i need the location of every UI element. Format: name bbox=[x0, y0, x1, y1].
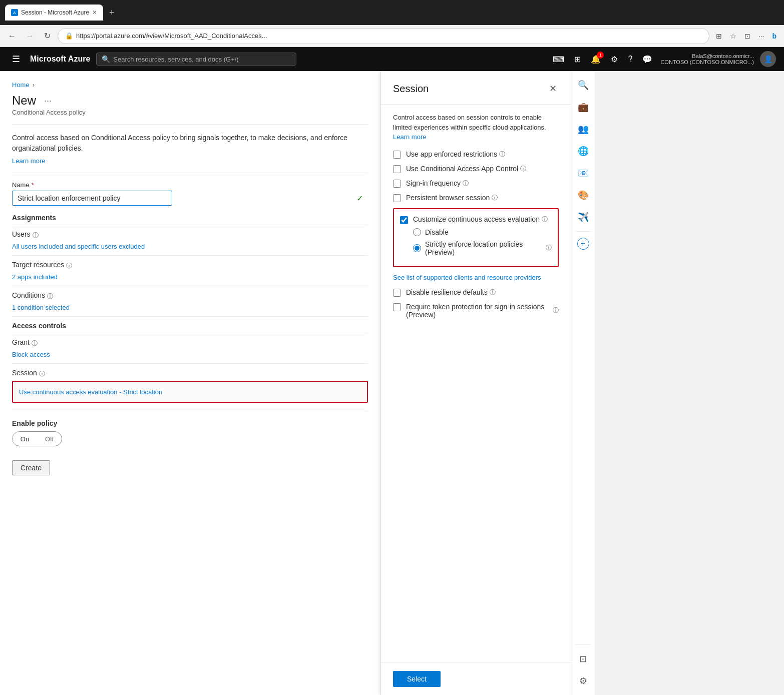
toggle-on-option[interactable]: On bbox=[13, 433, 37, 445]
strict-location-radio[interactable] bbox=[413, 244, 421, 252]
directory-button[interactable]: ⊞ bbox=[572, 53, 583, 66]
users-value[interactable]: All users included and specific users ex… bbox=[12, 243, 145, 250]
disable-resilience-info-icon[interactable]: ⓘ bbox=[490, 288, 496, 297]
supported-clients-link[interactable]: See list of supported clients and resour… bbox=[393, 273, 559, 282]
disable-radio-row: Disable bbox=[413, 228, 552, 236]
collections-button[interactable]: ⊡ bbox=[742, 30, 753, 42]
sidebar-plane-button[interactable]: ✈️ bbox=[573, 207, 593, 227]
token-protection-checkbox[interactable] bbox=[393, 303, 401, 311]
panel-learn-more-link[interactable]: Learn more bbox=[393, 133, 426, 141]
extensions-button[interactable]: ⊞ bbox=[713, 30, 724, 42]
session-value[interactable]: Use continuous access evaluation - Stric… bbox=[19, 388, 162, 396]
active-tab[interactable]: A Session - Microsoft Azure ✕ bbox=[5, 5, 103, 21]
access-controls-section: Access controls Grant ⓘ Block access Ses… bbox=[12, 322, 368, 403]
page-learn-more-link[interactable]: Learn more bbox=[12, 157, 45, 165]
conditions-info-icon[interactable]: ⓘ bbox=[47, 292, 53, 301]
sidebar-palette-button[interactable]: 🎨 bbox=[573, 185, 593, 205]
app-enforced-checkbox[interactable] bbox=[393, 151, 401, 159]
target-resources-value[interactable]: 2 apps included bbox=[12, 273, 58, 281]
toggle-off-option[interactable]: Off bbox=[37, 433, 62, 445]
sign-in-freq-label: Sign-in frequency ⓘ bbox=[406, 179, 469, 188]
sign-in-freq-info-icon[interactable]: ⓘ bbox=[463, 179, 469, 188]
sidebar-people-button[interactable]: 👥 bbox=[573, 119, 593, 139]
token-protection-row: Require token protection for sign-in ses… bbox=[393, 303, 559, 319]
assignments-section: Assignments Users ⓘ All users included a… bbox=[12, 214, 368, 317]
feedback-button[interactable]: 💬 bbox=[640, 53, 654, 66]
sidebar-search-button[interactable]: 🔍 bbox=[573, 75, 593, 95]
panel-content: Control access based on session controls… bbox=[381, 105, 571, 662]
persistent-browser-row: Persistent browser session ⓘ bbox=[393, 194, 559, 202]
panel-title: Session bbox=[393, 83, 429, 95]
cae-info-icon[interactable]: ⓘ bbox=[542, 215, 548, 224]
home-breadcrumb[interactable]: Home bbox=[12, 81, 30, 89]
panel-description: Control access based on session controls… bbox=[393, 113, 559, 142]
address-bar[interactable]: 🔒 https://portal.azure.com/#view/Microso… bbox=[58, 28, 709, 44]
ca-app-control-checkbox[interactable] bbox=[393, 165, 401, 173]
strict-location-radio-row: Strictly enforce location policies (Prev… bbox=[413, 240, 552, 256]
page-description: Control access based on Conditional Acce… bbox=[12, 133, 368, 154]
panel-close-button[interactable]: ✕ bbox=[547, 81, 559, 96]
conditions-row: Conditions ⓘ bbox=[12, 291, 368, 301]
target-resources-row: Target resources ⓘ bbox=[12, 261, 368, 271]
forward-button[interactable]: → bbox=[23, 30, 37, 43]
policy-toggle[interactable]: On Off bbox=[12, 431, 62, 446]
search-icon: 🔍 bbox=[102, 55, 110, 63]
tab-close-button[interactable]: ✕ bbox=[92, 9, 97, 16]
search-bar[interactable]: 🔍 bbox=[96, 53, 296, 66]
back-button[interactable]: ← bbox=[5, 30, 19, 43]
lock-icon: 🔒 bbox=[65, 32, 73, 40]
session-panel: Session ✕ Control access based on sessio… bbox=[380, 71, 571, 695]
persistent-browser-checkbox[interactable] bbox=[393, 194, 401, 202]
disable-radio[interactable] bbox=[413, 228, 421, 236]
users-row: Users ⓘ bbox=[12, 230, 368, 240]
search-input[interactable] bbox=[113, 56, 291, 63]
grant-info-icon[interactable]: ⓘ bbox=[32, 339, 38, 348]
target-resources-info-icon[interactable]: ⓘ bbox=[66, 262, 72, 270]
persistent-browser-label: Persistent browser session ⓘ bbox=[406, 194, 498, 202]
notifications-button[interactable]: 🔔 1 bbox=[589, 53, 603, 66]
strict-location-info-icon[interactable]: ⓘ bbox=[546, 244, 552, 252]
users-info-icon[interactable]: ⓘ bbox=[33, 231, 39, 240]
browser-nav: ← → ↻ 🔒 https://portal.azure.com/#view/M… bbox=[0, 25, 784, 47]
notification-badge: 1 bbox=[597, 52, 604, 59]
session-label-row: Session ⓘ bbox=[12, 369, 368, 379]
app-enforced-info-icon[interactable]: ⓘ bbox=[499, 150, 505, 159]
sidebar-globe-button[interactable]: 🌐 bbox=[573, 141, 593, 161]
cae-section: Customize continuous access evaluation ⓘ… bbox=[393, 208, 559, 267]
target-resources-label: Target resources bbox=[12, 261, 64, 269]
user-avatar[interactable]: 👤 bbox=[760, 51, 776, 67]
sidebar-briefcase-button[interactable]: 💼 bbox=[573, 97, 593, 117]
new-tab-button[interactable]: + bbox=[105, 8, 119, 18]
ca-app-control-info-icon[interactable]: ⓘ bbox=[520, 165, 526, 173]
sidebar-layout-button[interactable]: ⊡ bbox=[573, 649, 593, 669]
refresh-button[interactable]: ↻ bbox=[41, 29, 54, 43]
favorites-button[interactable]: ☆ bbox=[727, 30, 739, 42]
sign-in-freq-row: Sign-in frequency ⓘ bbox=[393, 179, 559, 188]
policy-name-input[interactable] bbox=[12, 191, 172, 206]
grant-row: Grant ⓘ bbox=[12, 338, 368, 348]
breadcrumb-separator: › bbox=[33, 81, 35, 89]
more-button[interactable]: ··· bbox=[756, 30, 767, 42]
sidebar-settings-button[interactable]: ⚙ bbox=[573, 671, 593, 691]
right-sidebar: 🔍 💼 👥 🌐 📧 🎨 ✈️ + ⊡ ⚙ bbox=[571, 71, 595, 695]
persistent-browser-info-icon[interactable]: ⓘ bbox=[492, 194, 498, 202]
disable-resilience-checkbox[interactable] bbox=[393, 289, 401, 297]
sidebar-add-button[interactable]: + bbox=[577, 238, 589, 250]
token-protection-info-icon[interactable]: ⓘ bbox=[553, 306, 559, 315]
conditions-value[interactable]: 1 condition selected bbox=[12, 304, 70, 311]
select-button[interactable]: Select bbox=[393, 671, 441, 687]
hamburger-menu-button[interactable]: ☰ bbox=[8, 52, 24, 67]
sign-in-freq-checkbox[interactable] bbox=[393, 180, 401, 188]
cloud-shell-button[interactable]: ⌨ bbox=[551, 53, 566, 66]
session-info-icon[interactable]: ⓘ bbox=[39, 370, 45, 378]
sidebar-mail-button[interactable]: 📧 bbox=[573, 163, 593, 183]
settings-button[interactable]: ⚙ bbox=[609, 53, 620, 66]
create-button[interactable]: Create bbox=[12, 460, 50, 475]
title-more-button[interactable]: ··· bbox=[40, 95, 56, 107]
bing-button[interactable]: b bbox=[769, 30, 779, 42]
grant-value[interactable]: Block access bbox=[12, 351, 50, 358]
header-icons: ⌨ ⊞ 🔔 1 ⚙ ? 💬 BalaS@contoso.onmicr... CO… bbox=[551, 51, 776, 67]
help-button[interactable]: ? bbox=[626, 53, 634, 66]
strict-location-label: Strictly enforce location policies (Prev… bbox=[425, 240, 552, 256]
cae-checkbox[interactable] bbox=[400, 216, 408, 224]
